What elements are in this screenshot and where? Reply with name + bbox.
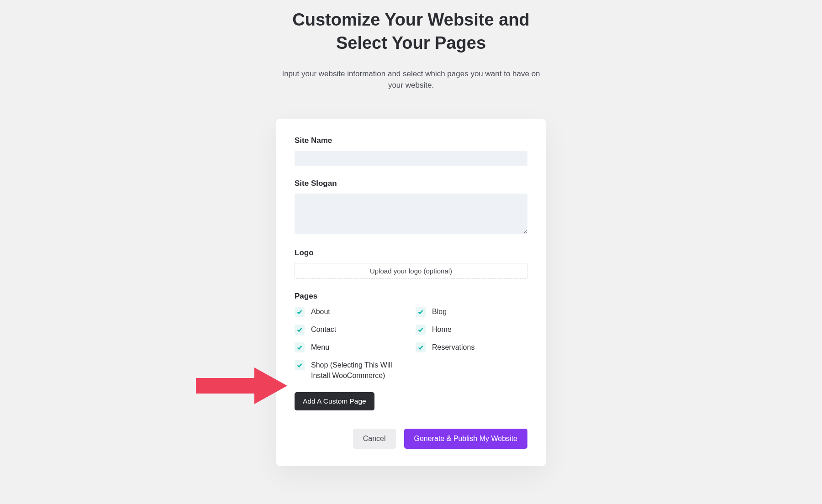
check-icon	[416, 342, 426, 352]
page-checkbox-menu[interactable]: Menu	[295, 342, 406, 352]
site-name-label: Site Name	[295, 136, 527, 145]
logo-section: Logo Upload your logo (optional)	[295, 248, 527, 279]
page-wrap: Customize Your Website and Select Your P…	[0, 0, 822, 466]
pages-label: Pages	[295, 292, 527, 301]
page-label: Contact	[311, 324, 341, 335]
page-checkbox-blog[interactable]: Blog	[416, 306, 527, 317]
check-icon	[295, 360, 305, 370]
page-title-line2: Select Your Pages	[336, 33, 486, 52]
page-label: About	[311, 306, 335, 317]
page-label: Home	[432, 324, 456, 335]
page-checkbox-home[interactable]: Home	[416, 324, 527, 335]
page-label: Menu	[311, 342, 334, 352]
page-title: Customize Your Website and Select Your P…	[292, 8, 529, 55]
site-name-section: Site Name	[295, 136, 527, 166]
check-icon	[416, 307, 426, 317]
footer-buttons: Cancel Generate & Publish My Website	[295, 429, 527, 449]
logo-label: Logo	[295, 248, 527, 257]
page-label: Blog	[432, 306, 451, 317]
page-checkbox-reservations[interactable]: Reservations	[416, 342, 527, 352]
form-card: Site Name Site Slogan Logo Upload your l…	[276, 119, 546, 466]
page-subtitle: Input your website information and selec…	[279, 68, 543, 91]
page-label: Shop (Selecting This Will Install WooCom…	[311, 360, 406, 381]
site-slogan-input[interactable]	[295, 194, 527, 234]
pages-grid: About Blog Contact Home Menu	[295, 306, 527, 381]
cancel-button[interactable]: Cancel	[353, 429, 396, 449]
page-checkbox-about[interactable]: About	[295, 306, 406, 317]
site-name-input[interactable]	[295, 151, 527, 166]
page-title-line1: Customize Your Website and	[292, 10, 529, 29]
check-icon	[295, 342, 305, 352]
page-checkbox-contact[interactable]: Contact	[295, 324, 406, 335]
add-custom-page-button[interactable]: Add A Custom Page	[295, 392, 374, 410]
page-label: Reservations	[432, 342, 479, 352]
site-slogan-label: Site Slogan	[295, 179, 527, 188]
check-icon	[295, 307, 305, 317]
check-icon	[416, 325, 426, 335]
site-slogan-section: Site Slogan	[295, 179, 527, 236]
logo-upload-box[interactable]: Upload your logo (optional)	[295, 263, 527, 279]
generate-button[interactable]: Generate & Publish My Website	[404, 429, 527, 449]
logo-upload-text: Upload your logo (optional)	[370, 267, 452, 275]
pages-section: Pages About Blog Contact Home	[295, 292, 527, 410]
check-icon	[295, 325, 305, 335]
page-checkbox-shop[interactable]: Shop (Selecting This Will Install WooCom…	[295, 360, 406, 381]
